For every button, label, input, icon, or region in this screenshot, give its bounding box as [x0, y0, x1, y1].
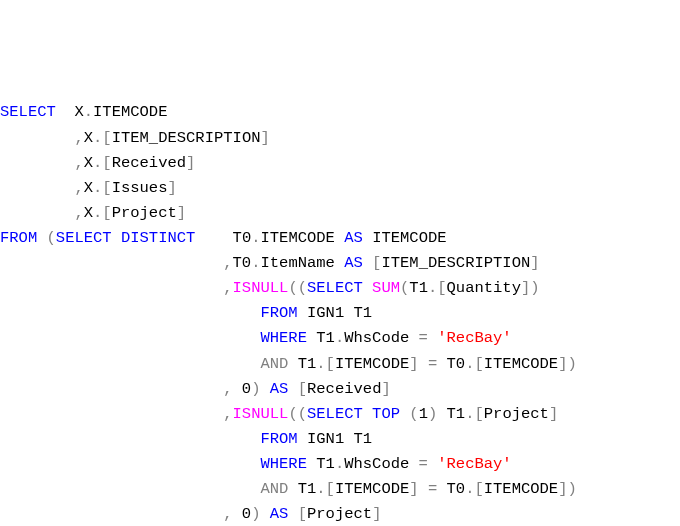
line-5: FROM (SELECT DISTINCT T0.ITEMCODE AS ITE… [0, 229, 447, 247]
line-14: WHERE T1.WhsCode = 'RecBay' [0, 455, 512, 473]
line-9: WHERE T1.WhsCode = 'RecBay' [0, 329, 512, 347]
line-11: , 0) AS [Received] [0, 380, 391, 398]
line-12: ,ISNULL((SELECT TOP (1) T1.[Project] [0, 405, 558, 423]
line-3: ,X.[Issues] [0, 179, 177, 197]
line-0: SELECT X.ITEMCODE [0, 103, 167, 121]
line-15: AND T1.[ITEMCODE] = T0.[ITEMCODE]) [0, 480, 577, 498]
line-6: ,T0.ItemName AS [ITEM_DESCRIPTION] [0, 254, 540, 272]
line-16: , 0) AS [Project] [0, 505, 381, 523]
line-2: ,X.[Received] [0, 154, 195, 172]
line-8: FROM IGN1 T1 [0, 304, 372, 322]
line-1: ,X.[ITEM_DESCRIPTION] [0, 129, 270, 147]
line-13: FROM IGN1 T1 [0, 430, 372, 448]
line-4: ,X.[Project] [0, 204, 186, 222]
line-7: ,ISNULL((SELECT SUM(T1.[Quantity]) [0, 279, 540, 297]
line-10: AND T1.[ITEMCODE] = T0.[ITEMCODE]) [0, 355, 577, 373]
sql-code-block: SELECT X.ITEMCODE ,X.[ITEM_DESCRIPTION] … [0, 100, 680, 526]
